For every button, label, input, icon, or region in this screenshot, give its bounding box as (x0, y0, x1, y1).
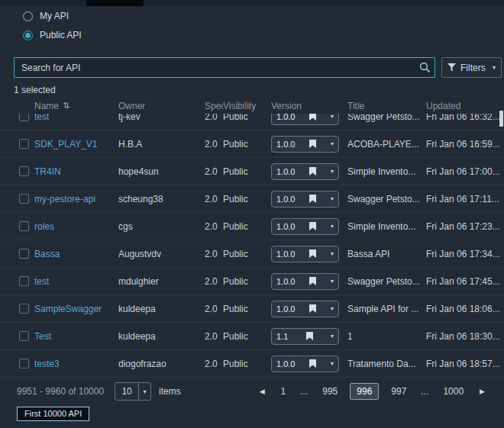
updated-cell: Fri Jan 06 17:34... (426, 249, 504, 259)
page-button[interactable]: 995 (315, 383, 344, 400)
version-select[interactable]: 1.0.0 ▾ (271, 163, 339, 180)
chevron-down-icon: ▾ (331, 195, 334, 202)
version-select[interactable]: 1.0.0 ▾ (271, 218, 339, 235)
sort-icon: ⇅ (63, 101, 69, 111)
api-name-link[interactable]: teste3 (34, 359, 60, 369)
chevron-down-icon: ▾ (331, 278, 334, 285)
bookmark-icon (309, 277, 316, 285)
selection-status: 1 selected (14, 85, 56, 95)
row-checkbox[interactable] (19, 221, 29, 231)
api-name-link[interactable]: Bassa (34, 249, 60, 259)
column-header-version[interactable]: Version (271, 101, 347, 111)
page-button[interactable]: 997 (384, 383, 413, 400)
chevron-down-icon: ▾ (139, 388, 150, 395)
owner-cell: Augustvdv (118, 249, 205, 259)
table-body: test tj-kev 2.0 Public 1.0.0 ▾ Swagger P… (0, 103, 504, 378)
bookmark-icon (309, 140, 316, 148)
row-checkbox[interactable] (19, 139, 29, 149)
title-cell: Swagger Petsto... (347, 276, 426, 287)
items-label: items (159, 386, 181, 397)
page-button[interactable]: 1 (274, 383, 293, 400)
owner-cell: kuldeepa (118, 304, 205, 314)
table-row: roles cgs 2.0 Public 1.0.0 ▾ Simple Inve… (0, 213, 504, 240)
row-checkbox[interactable] (19, 194, 29, 204)
next-page-button[interactable]: ▶ (476, 388, 489, 395)
chevron-down-icon: ▾ (331, 113, 334, 120)
api-name-link[interactable]: test (34, 276, 49, 287)
row-checkbox[interactable] (19, 166, 29, 176)
pager: ◀ 1...995996997...1000 ▶ (256, 383, 489, 400)
row-checkbox[interactable] (19, 304, 29, 314)
row-checkbox[interactable] (19, 359, 29, 368)
column-header-spec[interactable]: Spec (205, 101, 223, 111)
pagination-bar: 9951 - 9960 of 10000 10 ▾ items ◀ 1...99… (0, 378, 504, 405)
column-header-owner[interactable]: Owner (118, 101, 205, 111)
spec-cell: 2.0 (205, 221, 223, 232)
spec-cell: 2.0 (205, 194, 223, 204)
version-select[interactable]: 1.0.0 ▾ (271, 136, 339, 153)
table-row: Bassa Augustvdv 2.0 Public 1.0.0 ▾ Bassa… (0, 240, 504, 268)
api-name-link[interactable]: TR4IN (34, 166, 61, 177)
page-size-select[interactable]: 10 ▾ (115, 382, 151, 401)
table-row: SampleSwagger kuldeepa 2.0 Public 1.0.0 … (0, 295, 504, 323)
row-checkbox[interactable] (19, 276, 29, 286)
search-icon[interactable] (419, 62, 431, 73)
page-ellipsis: ... (418, 383, 431, 400)
column-header-updated[interactable]: Updated (426, 101, 504, 111)
chevron-down-icon: ▾ (331, 168, 334, 175)
page-button[interactable]: 996 (350, 383, 379, 400)
updated-cell: Fri Jan 06 18:30... (426, 331, 504, 342)
radio-option-public-api[interactable]: Public API (23, 29, 82, 41)
owner-cell: cgs (118, 221, 205, 232)
spec-cell: 2.0 (205, 304, 223, 314)
page-size-value: 10 (115, 386, 138, 397)
row-checkbox[interactable] (19, 331, 29, 341)
column-header-name[interactable]: Name ⇅ (34, 101, 118, 111)
spec-cell: 2.0 (205, 276, 223, 287)
version-select[interactable]: 1.1 ▾ (271, 328, 339, 345)
api-name-link[interactable]: SDK_PLAY_V1 (34, 139, 98, 150)
page-button[interactable]: 1000 (436, 383, 470, 400)
visibility-cell: Public (223, 139, 271, 150)
api-name-link[interactable]: roles (34, 221, 54, 232)
spec-cell: 2.0 (205, 331, 223, 342)
chevron-down-icon: ▾ (331, 223, 334, 230)
version-value: 1.0.0 (276, 359, 295, 368)
visibility-cell: Public (223, 194, 271, 204)
owner-cell: H.B.A (118, 139, 205, 150)
result-range: 9951 - 9960 of 10000 (17, 386, 104, 397)
version-select[interactable]: 1.0.0 ▾ (271, 301, 339, 317)
table-row: teste3 diogofrazao 2.0 Public 1.0.0 ▾ Tr… (0, 350, 504, 378)
version-select[interactable]: 1.0.0 ▾ (271, 273, 339, 290)
active-tab[interactable] (86, 0, 144, 6)
api-table: Name ⇅ Owner Spec Visibility Version Tit… (0, 98, 504, 378)
updated-cell: Fri Jan 06 17:45... (426, 276, 504, 287)
version-select[interactable]: 1.0.0 ▾ (271, 356, 339, 372)
radio-option-my-api[interactable]: My API (23, 10, 82, 22)
owner-cell: mdulghier (118, 276, 205, 287)
search-input[interactable] (14, 57, 435, 78)
owner-cell: scheung38 (118, 194, 205, 204)
column-header-visibility[interactable]: Visibility (223, 101, 271, 111)
api-name-link[interactable]: my-pestore-api (34, 194, 95, 204)
filters-button[interactable]: Filters ▾ (441, 57, 502, 78)
visibility-cell: Public (223, 359, 271, 369)
api-name-link[interactable]: SampleSwagger (34, 304, 102, 314)
vertical-scrollbar-thumb[interactable] (499, 111, 503, 127)
title-cell: Tratamento Da... (347, 359, 426, 369)
updated-cell: Fri Jan 06 17:00... (426, 166, 504, 177)
row-checkbox[interactable] (19, 249, 29, 259)
version-value: 1.0.0 (276, 195, 295, 204)
prev-page-button[interactable]: ◀ (256, 388, 269, 395)
page-list: 1...995996997...1000 (274, 383, 471, 400)
bookmark-icon (309, 222, 316, 230)
version-select[interactable]: 1.0.0 ▾ (271, 191, 339, 208)
bookmark-icon (306, 332, 313, 340)
title-cell: Swagger Petsto... (347, 194, 426, 204)
version-value: 1.0.0 (276, 249, 295, 259)
updated-cell: Fri Jan 06 16:59... (426, 139, 504, 150)
filters-label: Filters (460, 63, 486, 73)
api-name-link[interactable]: Test (34, 331, 51, 342)
version-select[interactable]: 1.0.0 ▾ (271, 246, 339, 262)
column-header-title[interactable]: Title (347, 101, 426, 111)
